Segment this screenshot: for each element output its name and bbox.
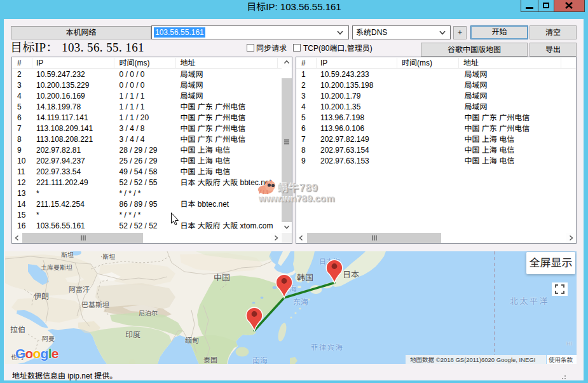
svg-text:日本: 日本 bbox=[343, 270, 359, 279]
svg-text:缅甸: 缅甸 bbox=[185, 337, 199, 344]
svg-text:巴基斯坦: 巴基斯坦 bbox=[81, 301, 109, 309]
svg-text:土库曼斯坦: 土库曼斯坦 bbox=[41, 264, 72, 271]
svg-text:尼泊尔: 尼泊尔 bbox=[139, 310, 158, 317]
svg-text:阿曼: 阿曼 bbox=[42, 335, 55, 342]
svg-text:HI: HI bbox=[566, 340, 572, 347]
svg-text:北太平洋: 北太平洋 bbox=[510, 296, 549, 306]
svg-text:菲律宾海: 菲律宾海 bbox=[311, 344, 344, 351]
svg-text:使用条款: 使用条款 bbox=[549, 356, 573, 363]
svg-text:伊朗: 伊朗 bbox=[34, 292, 49, 301]
svg-text:南海: 南海 bbox=[252, 356, 268, 364]
svg-text:中国: 中国 bbox=[214, 273, 230, 282]
svg-text:印度: 印度 bbox=[125, 330, 140, 339]
svg-text:东海: 东海 bbox=[293, 298, 308, 307]
svg-text:阿富汗: 阿富汗 bbox=[69, 286, 90, 293]
svg-text:泰国: 泰国 bbox=[203, 356, 217, 364]
svg-text:韩国: 韩国 bbox=[297, 273, 313, 282]
svg-text:拉伯: 拉伯 bbox=[10, 325, 25, 334]
svg-text:·斯坦: ·斯坦 bbox=[100, 253, 115, 260]
svg-text:地图数据 ©2018 GS(2011)6020 Google: 地图数据 ©2018 GS(2011)6020 Google, INEGI bbox=[410, 356, 535, 363]
svg-text:斯坦: 斯坦 bbox=[61, 251, 74, 258]
